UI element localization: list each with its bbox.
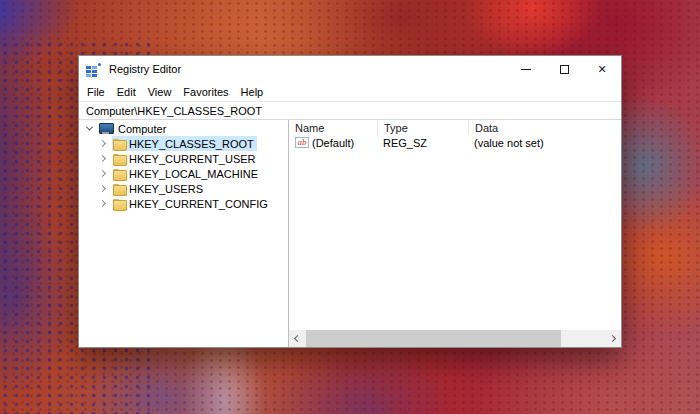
menu-help[interactable]: Help	[235, 86, 270, 98]
registry-tree-pane: Computer HKEY_CLASSES_ROOT HKEY_CURRENT_…	[79, 120, 288, 347]
column-header-name[interactable]: Name	[289, 120, 377, 135]
tree-item-hkey-current-user[interactable]: HKEY_CURRENT_USER	[79, 151, 288, 166]
registry-editor-window: Registry Editor ✕ File Edit View Favorit…	[78, 55, 622, 348]
tree-item-label: HKEY_CURRENT_USER	[129, 153, 256, 165]
values-list-pane: Name Type Data ab (Default) REG_SZ (valu…	[288, 120, 621, 347]
chevron-collapsed-icon[interactable]	[99, 140, 106, 147]
chevron-collapsed-icon[interactable]	[99, 170, 106, 177]
folder-icon	[113, 199, 125, 209]
window-title: Registry Editor	[109, 63, 181, 75]
window-content: Computer HKEY_CLASSES_ROOT HKEY_CURRENT_…	[79, 120, 621, 347]
tree-item-hkey-local-machine[interactable]: HKEY_LOCAL_MACHINE	[79, 166, 288, 181]
chevron-collapsed-icon[interactable]	[99, 155, 106, 162]
tree-item-hkey-current-config[interactable]: HKEY_CURRENT_CONFIG	[79, 196, 288, 211]
scroll-left-icon	[294, 335, 301, 342]
maximize-button[interactable]	[545, 56, 583, 82]
menu-favorites[interactable]: Favorites	[177, 86, 234, 98]
tree-item-hkey-classes-root[interactable]: HKEY_CLASSES_ROOT	[79, 136, 288, 151]
scroll-right-icon	[609, 335, 616, 342]
close-icon: ✕	[597, 63, 606, 76]
selected-highlight: HKEY_CLASSES_ROOT	[112, 136, 257, 151]
window-controls: ✕	[507, 56, 621, 82]
tree-item-label: HKEY_CLASSES_ROOT	[129, 138, 254, 150]
menu-file[interactable]: File	[81, 86, 111, 98]
value-row-default[interactable]: ab (Default) REG_SZ (value not set)	[289, 135, 621, 150]
address-bar[interactable]: Computer\HKEY_CLASSES_ROOT	[79, 101, 621, 120]
computer-icon	[99, 123, 112, 134]
menu-edit[interactable]: Edit	[111, 86, 142, 98]
tree-item-hkey-users[interactable]: HKEY_USERS	[79, 181, 288, 196]
tree-item-label: HKEY_CURRENT_CONFIG	[129, 198, 268, 210]
tree-item-computer[interactable]: Computer	[79, 121, 288, 136]
list-header: Name Type Data	[289, 120, 621, 135]
column-header-data[interactable]: Data	[468, 120, 621, 135]
menu-view[interactable]: View	[142, 86, 178, 98]
value-name: (Default)	[312, 137, 354, 149]
tree-item-label: Computer	[118, 123, 166, 135]
title-bar[interactable]: Registry Editor ✕	[79, 56, 621, 82]
folder-icon	[113, 184, 125, 194]
horizontal-scrollbar[interactable]	[289, 330, 621, 347]
menu-bar: File Edit View Favorites Help	[79, 82, 621, 101]
value-data: (value not set)	[474, 137, 544, 149]
minimize-button[interactable]	[507, 56, 545, 82]
value-type: REG_SZ	[383, 137, 427, 149]
address-path: Computer\HKEY_CLASSES_ROOT	[86, 105, 262, 117]
close-button[interactable]: ✕	[583, 56, 621, 82]
string-value-icon: ab	[295, 137, 309, 148]
chevron-expanded-icon[interactable]	[86, 124, 93, 131]
minimize-icon	[521, 69, 531, 70]
folder-icon	[113, 154, 125, 164]
scroll-right-button[interactable]	[604, 330, 621, 347]
tree-item-label: HKEY_LOCAL_MACHINE	[129, 168, 258, 180]
maximize-icon	[560, 65, 569, 74]
scroll-left-button[interactable]	[289, 330, 306, 347]
column-header-type[interactable]: Type	[377, 120, 468, 135]
chevron-collapsed-icon[interactable]	[99, 185, 106, 192]
scrollbar-thumb[interactable]	[306, 330, 561, 347]
chevron-collapsed-icon[interactable]	[99, 200, 106, 207]
folder-icon	[113, 139, 125, 149]
registry-app-icon	[86, 63, 101, 76]
tree-item-label: HKEY_USERS	[129, 183, 203, 195]
folder-icon	[113, 169, 125, 179]
